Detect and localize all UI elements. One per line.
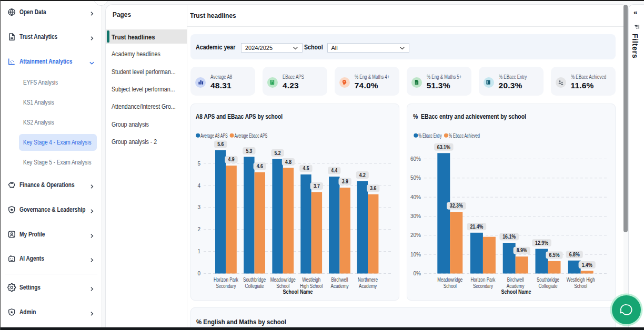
svg-text:% Ebacc Achieved: % Ebacc Achieved <box>448 133 479 139</box>
svg-text:4.8: 4.8 <box>285 159 291 165</box>
svg-text:6.8%: 6.8% <box>569 252 579 257</box>
svg-text:4.4: 4.4 <box>331 168 337 173</box>
svg-text:8.9%: 8.9% <box>516 248 527 253</box>
svg-text:40%: 40% <box>410 194 421 200</box>
svg-text:3.9: 3.9 <box>342 179 348 184</box>
svg-text:5.2: 5.2 <box>275 150 281 156</box>
svg-text:1: 1 <box>197 249 200 254</box>
svg-text:0%: 0% <box>413 271 421 276</box>
svg-text:32.3%: 32.3% <box>449 203 462 209</box>
svg-text:5: 5 <box>197 161 200 167</box>
svg-text:Horizon Park: Horizon Park <box>470 277 496 283</box>
svg-text:0: 0 <box>197 271 200 276</box>
svg-text:Westleigh High: Westleigh High <box>566 277 595 283</box>
svg-text:21.4%: 21.4% <box>470 224 483 230</box>
svg-text:20%: 20% <box>410 232 421 238</box>
svg-text:Westleigh: Westleigh <box>302 277 320 283</box>
svg-text:School: School <box>574 283 587 289</box>
svg-text:Southbridge: Southbridge <box>537 277 559 283</box>
svg-text:Average Ebacc APS: Average Ebacc APS <box>234 133 267 139</box>
svg-text:3.6: 3.6 <box>370 185 376 191</box>
svg-text:Birchwell: Birchwell <box>331 277 348 283</box>
svg-text:Average A8 APS: Average A8 APS <box>200 133 228 139</box>
svg-text:Secondary: Secondary <box>473 283 493 289</box>
svg-text:Horizon Park: Horizon Park <box>214 277 239 283</box>
svg-text:Collegiate: Collegiate <box>245 283 264 289</box>
svg-text:Southbridge: Southbridge <box>243 277 266 283</box>
svg-text:60%: 60% <box>410 156 421 162</box>
svg-text:A8 APS and EBaac APS by school: A8 APS and EBaac APS by school <box>196 113 283 120</box>
svg-text:4.6: 4.6 <box>257 163 263 169</box>
svg-text:Meadowridge: Meadowridge <box>270 277 296 283</box>
svg-text:6.5%: 6.5% <box>549 252 559 258</box>
svg-text:50%: 50% <box>410 175 421 181</box>
svg-text:Academy: Academy <box>359 283 377 289</box>
svg-text:School: School <box>443 283 456 289</box>
svg-text:4.5: 4.5 <box>303 166 309 171</box>
svg-text:Academy: Academy <box>331 283 349 289</box>
svg-text:Meadowridge: Meadowridge <box>437 277 462 283</box>
svg-text:3: 3 <box>197 204 200 210</box>
svg-text:Collegiate: Collegiate <box>538 283 557 289</box>
svg-text:% EBacc entry and achievement: % EBacc entry and achievement by school <box>413 113 526 120</box>
svg-text:4.2: 4.2 <box>359 172 366 178</box>
svg-text:10%: 10% <box>410 252 421 257</box>
svg-text:4: 4 <box>197 183 200 189</box>
svg-text:3.7: 3.7 <box>314 183 320 189</box>
svg-text:Secondary: Secondary <box>216 283 236 289</box>
svg-text:School Name: School Name <box>283 288 313 295</box>
svg-text:% Ebacc Entry: % Ebacc Entry <box>418 133 441 139</box>
svg-text:5.3: 5.3 <box>246 148 252 154</box>
svg-text:Northmere: Northmere <box>358 277 378 283</box>
svg-text:1.4%: 1.4% <box>581 262 592 268</box>
svg-text:5.6: 5.6 <box>217 141 224 147</box>
svg-text:16.1%: 16.1% <box>502 234 516 240</box>
svg-text:Birchwell: Birchwell <box>507 277 524 283</box>
svg-text:4.9: 4.9 <box>228 157 235 162</box>
svg-text:School Name: School Name <box>501 288 531 295</box>
svg-text:30%: 30% <box>410 213 421 219</box>
svg-text:63.1%: 63.1% <box>437 145 450 150</box>
svg-text:12.9%: 12.9% <box>535 240 548 246</box>
svg-text:2: 2 <box>197 226 200 232</box>
